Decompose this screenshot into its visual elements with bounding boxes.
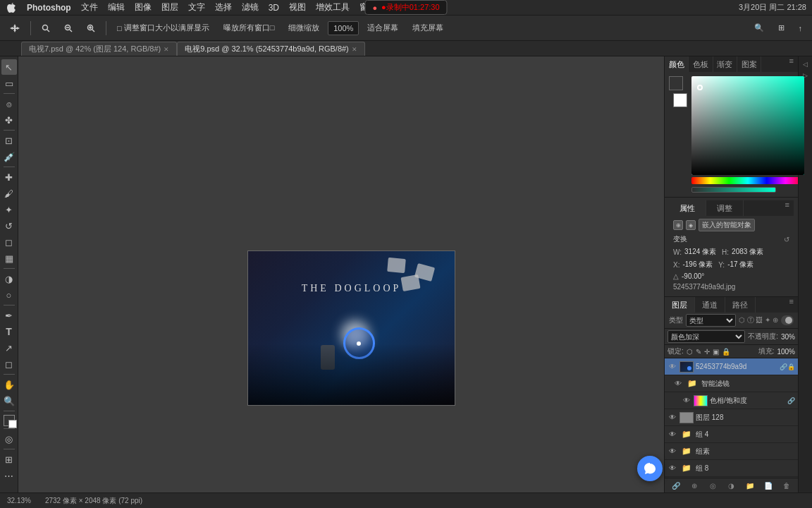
blur-tool[interactable]: ◑ [1,271,17,286]
select-rect-tool[interactable]: ▭ [1,75,17,91]
quick-select-tool[interactable]: ✤ [1,112,17,128]
hue-slider[interactable] [691,177,804,184]
foreground-color[interactable] [4,415,15,426]
shape-tool[interactable]: ◻ [1,356,17,372]
quick-mask-tool[interactable]: ◎ [1,431,17,447]
menu-filter[interactable]: 滤镜 [242,1,259,13]
stamp-tool[interactable]: ✦ [1,202,17,217]
background-color[interactable] [8,420,17,428]
pen-tool[interactable]: ✒ [1,308,17,323]
menu-file[interactable]: 文件 [81,1,98,13]
chat-bubble-btn[interactable] [637,456,663,481]
document-canvas[interactable]: THE DOGLOOP [247,250,455,406]
apple-menu-icon[interactable] [6,2,17,13]
zoom-out-btn[interactable] [59,19,78,37]
menu-image[interactable]: 图像 [135,1,152,13]
lasso-tool[interactable]: ⌾ [1,96,17,111]
lock-all-icon[interactable]: 🔒 [722,348,730,356]
zoom-input[interactable] [328,21,359,35]
link-layers-btn[interactable]: 🔗 [668,480,684,490]
adjust-window-btn[interactable]: □ 调整窗口大小以满屏显示 [111,19,215,37]
foreground-swatch[interactable] [669,76,683,90]
new-layer-btn[interactable]: 📄 [760,480,777,490]
filter-toggle[interactable] [781,315,794,325]
crop-tool[interactable]: ⊡ [1,133,17,148]
type-tool[interactable]: T [1,324,17,339]
fine-zoom-btn[interactable]: 细微缩放 [283,19,325,37]
alpha-slider[interactable] [691,187,776,193]
brush-tool[interactable]: 🖌 [1,186,17,201]
layer-vis-6[interactable]: 👁 [668,464,677,473]
transform-reset[interactable]: ↺ [784,236,789,243]
layout-btn[interactable]: ⊞ [773,19,790,37]
layer-vis-0[interactable]: 👁 [668,362,677,372]
collapse-btn[interactable]: ◁ [801,59,811,69]
menu-view[interactable]: 视图 [289,1,306,13]
path-select-tool[interactable]: ↗ [1,340,17,356]
color-panel-menu[interactable]: ≡ [785,56,798,72]
all-windows-btn[interactable]: 曝放所有窗口□ [218,19,281,37]
move-tool-btn[interactable] [4,19,25,37]
zoom-tool[interactable]: 🔍 [1,393,17,409]
search-icon-btn[interactable]: 🔍 [749,19,770,37]
add-mask-btn[interactable]: ◎ [704,480,721,490]
tab-pattern[interactable]: 图案 [737,56,761,72]
move-tool[interactable]: ↖ [1,59,17,75]
layer-type-filter[interactable]: 类型 [686,314,736,327]
share-btn[interactable]: ↑ [793,19,808,37]
delete-layer-btn[interactable]: 🗑 [778,480,795,490]
menu-edit[interactable]: 编辑 [108,1,125,13]
layer-vis-2[interactable]: 👁 [682,396,691,406]
menu-plugins[interactable]: 增效工具 [316,1,350,13]
props-panel-menu[interactable]: ≡ [781,200,794,216]
lock-paint-icon[interactable]: ✎ [696,348,701,356]
search-btn[interactable] [36,19,56,37]
lock-position-icon[interactable]: ✛ [704,348,710,356]
tab-swatches[interactable]: 色板 [689,56,713,72]
layer-vis-1[interactable]: 👁 [673,379,683,389]
extra-tools-btn[interactable]: ⋯ [1,468,17,483]
tab-psd9[interactable]: 电视9.psd @ 32.1% (52453774b9a9d, RGB/8#) … [177,42,365,56]
layer-item-smart[interactable]: 👁 52453774b9a9d 🔗 🔒 [665,358,798,375]
lock-artboard-icon[interactable]: ▣ [713,348,719,356]
layers-panel-menu[interactable]: ≡ [785,297,798,313]
smart-object-badge[interactable]: 嵌入的智能对象 [699,219,755,231]
history-brush-tool[interactable]: ↺ [1,218,17,234]
menu-layer[interactable]: 图层 [161,1,178,13]
tab-gradient[interactable]: 渐变 [713,56,737,72]
new-fill-btn[interactable]: ◑ [722,480,739,490]
recording-indicator[interactable]: ● ●录制中01:27:30 [364,0,447,15]
layer-vis-5[interactable]: 👁 [668,447,677,456]
tab-properties[interactable]: 属性 [669,200,706,216]
menu-select[interactable]: 选择 [215,1,232,13]
tab-paths[interactable]: 路径 [725,297,756,313]
color-gradient-picker[interactable] [691,76,804,175]
blend-mode-select[interactable]: 颜色加深 [668,330,745,343]
tab-layers[interactable]: 图层 [665,297,695,313]
layer-item-group4[interactable]: 👁 📁 组 4 [665,426,798,443]
hand-tool[interactable]: ✋ [1,377,17,392]
zoom-in-btn[interactable] [81,19,101,37]
menu-text[interactable]: 文字 [188,1,205,13]
layer-vis-4[interactable]: 👁 [668,430,677,440]
eraser-tool[interactable]: ◻ [1,234,17,250]
tab-psd7[interactable]: 电视7.psd @ 42% (图层 124, RGB/8#) ✕ [21,42,177,56]
layer-item-128[interactable]: 👁 图层 128 [665,409,798,426]
gradient-tool[interactable]: ▦ [1,250,17,266]
screen-mode-btn[interactable]: ⊞ [1,452,17,467]
menu-3d[interactable]: 3D [269,3,279,13]
layer-item-groupsu[interactable]: 👁 📁 组素 [665,443,798,460]
fit-screen-btn[interactable]: 适合屏幕 [362,19,404,37]
layer-item-hue[interactable]: 👁 色相/饱和度 🔗 [665,392,798,409]
new-group-btn[interactable]: 📁 [742,480,758,490]
tab-channels[interactable]: 通道 [695,297,725,313]
lock-transparent-icon[interactable]: ⬡ [687,348,693,356]
add-style-btn[interactable]: ⊕ [686,480,703,490]
background-swatch[interactable] [673,93,687,107]
layer-item-group8[interactable]: 👁 📁 组 8 [665,460,798,477]
layer-vis-3[interactable]: 👁 [668,413,677,423]
eyedropper-tool[interactable]: 💉 [1,149,17,164]
tab-close-0[interactable]: ✕ [164,46,169,53]
dodge-tool[interactable]: ○ [1,287,17,303]
layer-item-smart-filter[interactable]: 👁 📁 智能滤镜 [665,375,798,392]
